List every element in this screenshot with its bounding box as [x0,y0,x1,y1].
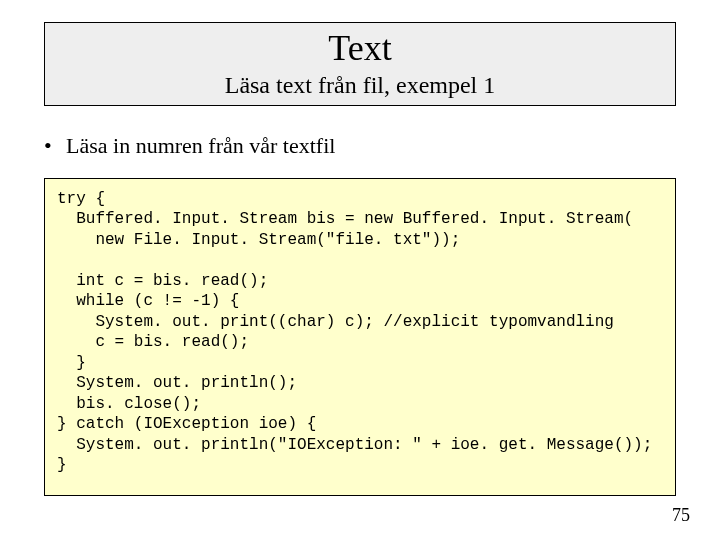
code-block: try { Buffered. Input. Stream bis = new … [44,178,676,496]
slide-title: Text [45,29,675,69]
page-number: 75 [672,505,690,526]
slide-subtitle: Läsa text från fil, exempel 1 [45,71,675,100]
header-block: Text Läsa text från fil, exempel 1 [44,22,676,106]
slide: Text Läsa text från fil, exempel 1 Läsa … [0,0,720,540]
bullet-list: Läsa in numren från vår textfil [44,132,676,161]
bullet-item: Läsa in numren från vår textfil [44,132,676,161]
